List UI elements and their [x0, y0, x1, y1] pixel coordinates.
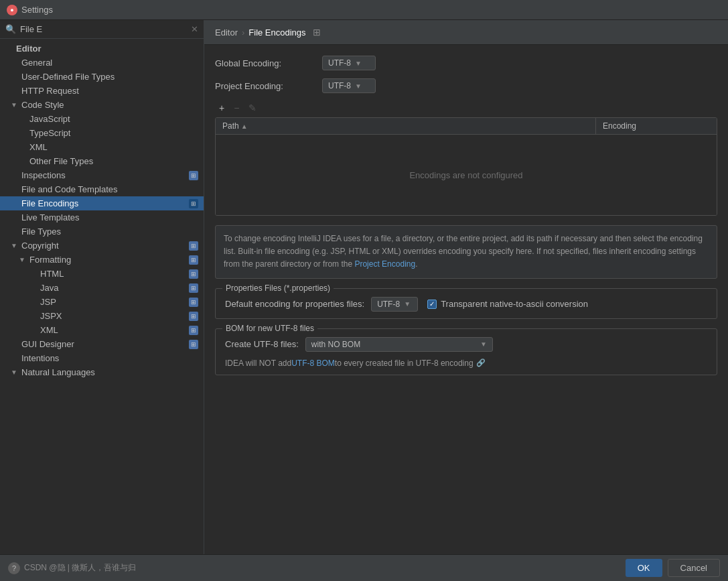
sidebar-item-file-encodings[interactable]: File Encodings ⊞ — [0, 196, 204, 210]
sidebar-item-label: Natural Languages — [21, 367, 95, 377]
sidebar-item-html[interactable]: HTML ⊞ — [0, 267, 204, 281]
note-prefix: IDEA will NOT add — [225, 359, 291, 368]
expand-icon-formatting: ▼ — [19, 256, 27, 263]
sidebar-item-inspections[interactable]: Inspections ⊞ — [0, 168, 204, 182]
xml2-badge: ⊞ — [189, 326, 198, 335]
edit-encoding-button[interactable]: ✎ — [244, 101, 261, 115]
table-header-encoding[interactable]: Encoding — [596, 118, 717, 134]
sidebar-item-label: GUI Designer — [21, 339, 74, 349]
sidebar-item-java[interactable]: Java ⊞ — [0, 281, 204, 295]
sidebar-item-jspx[interactable]: JSPX ⊞ — [0, 309, 204, 323]
create-utf8-dropdown[interactable]: with NO BOM ▼ — [305, 337, 493, 352]
jspx-badge: ⊞ — [189, 312, 198, 321]
path-label: Path — [222, 121, 239, 131]
java-badge: ⊞ — [189, 283, 198, 293]
sidebar-item-natural-languages[interactable]: ▼ Natural Languages — [0, 365, 204, 379]
global-encoding-dropdown[interactable]: UTF-8 ▼ — [322, 56, 376, 70]
add-encoding-button[interactable]: + — [215, 101, 228, 115]
jsp-badge: ⊞ — [189, 298, 198, 307]
bom-note: IDEA will NOT add UTF-8 BOM to every cre… — [225, 359, 707, 368]
properties-encoding-dropdown[interactable]: UTF-8 ▼ — [371, 297, 418, 312]
transparent-conversion-checkbox[interactable] — [427, 300, 437, 309]
footer-watermark: CSDN @隐 | 微斯人，吾谁与归 — [24, 562, 136, 574]
remove-encoding-button[interactable]: − — [230, 101, 243, 115]
bom-section: BOM for new UTF-8 files Create UTF-8 fil… — [215, 328, 717, 375]
sidebar-item-file-and-code-templates[interactable]: File and Code Templates — [0, 182, 204, 196]
search-clear-button[interactable]: ✕ — [191, 24, 198, 34]
project-encoding-row: Project Encoding: UTF-8 ▼ — [215, 78, 717, 93]
sidebar-item-label: JavaScript — [29, 114, 70, 124]
sidebar-item-xml[interactable]: XML — [0, 140, 204, 154]
sidebar-item-code-style[interactable]: ▼ Code Style — [0, 98, 204, 112]
sidebar-item-label: Code Style — [21, 100, 64, 110]
sidebar-item-label: XML — [29, 142, 48, 152]
sidebar-item-user-defined-file-types[interactable]: User-Defined File Types — [0, 70, 204, 84]
sidebar-item-typescript[interactable]: TypeScript — [0, 126, 204, 140]
title-bar: ● Settings — [0, 0, 728, 20]
search-icon: 🔍 — [5, 24, 16, 34]
properties-encoding-value: UTF-8 — [377, 300, 400, 309]
expand-icon-code-style: ▼ — [11, 101, 19, 109]
sidebar-item-file-types[interactable]: File Types — [0, 224, 204, 239]
app-icon: ● — [7, 5, 17, 15]
project-encoding-arrow: ▼ — [355, 82, 362, 90]
expand-icon-natural-languages: ▼ — [11, 369, 19, 376]
sidebar-item-copyright[interactable]: ▼ Copyright ⊞ — [0, 239, 204, 253]
sidebar-item-label: Intentions — [21, 353, 59, 363]
sidebar-item-label: HTTP Request — [21, 86, 79, 96]
search-bar: 🔍 ✕ — [0, 20, 204, 39]
default-encoding-label: Default encoding for properties files: — [225, 299, 364, 309]
bom-row: Create UTF-8 files: with NO BOM ▼ — [225, 337, 707, 352]
file-encodings-badge: ⊞ — [189, 199, 198, 208]
expand-icon-copyright: ▼ — [11, 242, 19, 249]
project-encoding-dropdown[interactable]: UTF-8 ▼ — [322, 78, 376, 93]
cancel-button[interactable]: Cancel — [668, 559, 720, 577]
sidebar-item-label: TypeScript — [29, 128, 70, 138]
table-body: Encodings are not configured — [216, 135, 717, 215]
sidebar-item-label: HTML — [40, 269, 64, 279]
search-input[interactable] — [20, 24, 191, 34]
ok-button[interactable]: OK — [626, 559, 662, 577]
info-text-end: . — [415, 259, 417, 269]
help-button[interactable]: ? — [8, 562, 20, 574]
main-content: 🔍 ✕ Editor General User-Defined File Typ… — [0, 20, 728, 554]
sidebar-item-editor[interactable]: Editor — [0, 42, 204, 56]
sidebar-item-xml2[interactable]: XML ⊞ — [0, 323, 204, 337]
table-header-path[interactable]: Path ▲ — [216, 118, 596, 134]
sidebar-item-label: File Encodings — [21, 198, 78, 208]
sidebar-item-label: JSP — [40, 297, 56, 307]
html-badge: ⊞ — [189, 269, 198, 279]
footer-left: ? CSDN @隐 | 微斯人，吾谁与归 — [8, 562, 136, 574]
encoding-label: Encoding — [603, 121, 636, 131]
sidebar-item-javascript[interactable]: JavaScript — [0, 112, 204, 126]
sidebar-item-gui-designer[interactable]: GUI Designer ⊞ — [0, 337, 204, 351]
sidebar-item-jsp[interactable]: JSP ⊞ — [0, 295, 204, 309]
breadcrumb: Editor › File Encodings — [215, 27, 306, 38]
sidebar-item-label: XML — [40, 325, 58, 335]
sidebar-item-http-request[interactable]: HTTP Request — [0, 84, 204, 98]
formatting-badge: ⊞ — [189, 255, 198, 265]
sidebar-item-formatting[interactable]: ▼ Formatting ⊞ — [0, 253, 204, 267]
utf8-bom-link[interactable]: UTF-8 BOM — [291, 359, 335, 368]
sidebar-item-label: Editor — [16, 44, 42, 54]
encoding-toolbar: + − ✎ — [215, 101, 717, 115]
sidebar-item-intentions[interactable]: Intentions — [0, 351, 204, 365]
sidebar-item-label: Copyright — [21, 241, 59, 251]
properties-section: Properties Files (*.properties) Default … — [215, 288, 717, 319]
external-link-icon[interactable]: 🔗 — [476, 359, 486, 367]
project-encoding-link[interactable]: Project Encoding — [354, 259, 415, 269]
create-utf8-value: with NO BOM — [311, 340, 360, 349]
sidebar-item-other-file-types[interactable]: Other File Types — [0, 154, 204, 168]
note-suffix: to every created file in UTF-8 encoding — [335, 359, 474, 368]
sidebar-item-label: File and Code Templates — [21, 184, 118, 194]
global-encoding-arrow: ▼ — [355, 60, 362, 67]
sidebar-item-label: JSPX — [40, 311, 62, 321]
sidebar-item-label: General — [21, 58, 52, 68]
transparent-conversion-label: Transparent native-to-ascii conversion — [441, 299, 588, 309]
sidebar-item-general[interactable]: General — [0, 56, 204, 70]
sidebar-tree: Editor General User-Defined File Types H… — [0, 39, 204, 554]
project-encoding-label: Project Encoding: — [215, 81, 322, 91]
pin-icon[interactable]: ⊞ — [313, 27, 321, 38]
sidebar-item-live-templates[interactable]: Live Templates — [0, 210, 204, 224]
footer-right: OK Cancel — [626, 559, 720, 577]
